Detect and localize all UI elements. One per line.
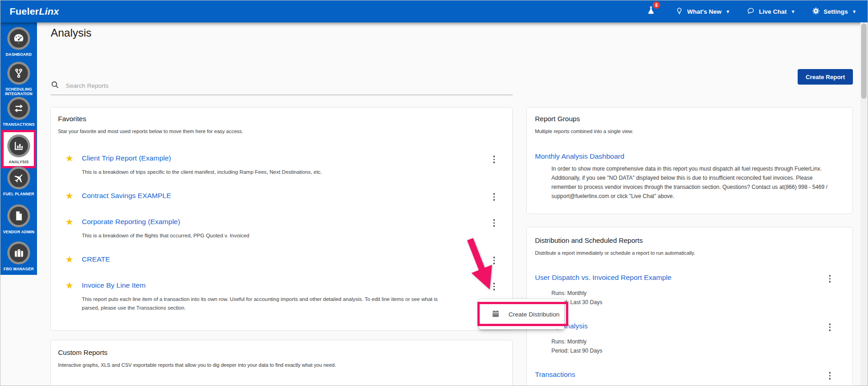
airplane-icon [7, 166, 30, 189]
favorites-card: Favorites Star your favorite and most us… [50, 107, 513, 331]
whats-new-menu[interactable]: What's New ▼ [675, 6, 730, 17]
brand-prefix: Fueler [10, 6, 39, 16]
document-icon [7, 204, 30, 227]
bar-chart-icon [7, 134, 30, 157]
star-icon[interactable]: ★ [64, 255, 74, 264]
favorites-title: Favorites [58, 115, 503, 123]
star-icon[interactable]: ★ [64, 281, 74, 290]
distribution-period: Period: Last 90 Days [551, 346, 844, 355]
live-chat-menu[interactable]: Live Chat ▼ [746, 7, 795, 16]
kebab-menu-icon[interactable] [492, 217, 497, 229]
gear-icon [812, 7, 820, 16]
live-chat-label: Live Chat [759, 8, 787, 15]
briefcase-icon [7, 241, 30, 264]
sidebar-item-label: FUEL PLANNER [2, 192, 35, 196]
caret-down-icon: ▼ [852, 9, 857, 14]
custom-reports-card: Custom Reports Interactive graphs, XLS a… [50, 340, 513, 386]
favorite-report-link[interactable]: Contract Savings EXAMPLE [82, 192, 171, 200]
kebab-menu-icon[interactable] [827, 273, 833, 284]
distribution-list: User Dispatch vs. Invoiced Report Exampl… [535, 272, 844, 380]
whats-new-label: What's New [687, 8, 721, 15]
settings-label: Settings [824, 8, 848, 15]
search-input[interactable] [66, 82, 513, 89]
report-group-description: In order to show more comprehensive data… [551, 164, 835, 201]
search-field [51, 76, 513, 95]
favorite-report-link[interactable]: Invoice By Line Item [82, 281, 146, 290]
vertical-scrollbar[interactable] [860, 22, 868, 386]
custom-reports-subtitle: Interactive graphs, XLS and CSV exportab… [58, 362, 503, 368]
distribution-period: Period: Last 30 Days [551, 298, 844, 307]
distribution-runs: Runs: Monthly [551, 337, 844, 346]
flask-icon [646, 10, 656, 17]
search-icon [51, 80, 59, 91]
chat-icon [746, 7, 755, 16]
sidebar-item-fbo-manager[interactable]: FBO MANAGER [0, 241, 37, 271]
branch-icon [7, 62, 30, 85]
distribution-report-link[interactable]: User Dispatch vs. Invoiced Report Exampl… [535, 273, 672, 281]
distribution-title: Distribution and Scheduled Reports [535, 236, 844, 244]
sidebar: DASHBOARD SCHEDULING INTEGRATION TRANSAC… [0, 22, 37, 275]
sidebar-item-analysis[interactable]: ANALYSIS [1, 130, 36, 168]
sidebar-item-label: DASHBOARD [5, 52, 32, 57]
star-icon[interactable]: ★ [64, 154, 74, 163]
report-groups-subtitle: Multiple reports combined into a single … [535, 129, 844, 134]
favorite-report-description: This is a breakdown of trips specific to… [82, 168, 448, 177]
distribution-subtitle: Distribute a report immediately or sched… [535, 250, 844, 256]
list-item: ★ Invoice By Line Item This report puts … [58, 279, 503, 312]
scrollbar-thumb[interactable] [861, 23, 867, 99]
kebab-menu-icon[interactable] [492, 255, 497, 266]
context-menu-create-distribution[interactable]: Create Distribution [479, 299, 564, 329]
favorites-list: ★ Client Trip Report (Example) This is a… [58, 151, 503, 312]
context-menu-item-label: Create Distribution [508, 311, 560, 318]
list-item: Monthly Analysis Runs: Monthly Period: L… [535, 321, 844, 355]
brand-suffix: Linx [39, 6, 59, 16]
settings-menu[interactable]: Settings ▼ [812, 7, 857, 16]
list-item: ★ CREATE [58, 252, 503, 266]
sidebar-item-dashboard[interactable]: DASHBOARD [0, 27, 37, 57]
transfer-arrows-icon [7, 97, 30, 120]
kebab-menu-icon[interactable] [492, 191, 497, 203]
sidebar-item-label: VENDOR ADMIN [2, 230, 36, 234]
app-root: FuelerLinx 6 What's New ▼ Live Chat [0, 0, 868, 386]
calendar-icon [491, 309, 500, 320]
caret-down-icon: ▼ [725, 9, 730, 14]
lightbulb-icon [675, 6, 683, 17]
favorite-report-link[interactable]: CREATE [82, 255, 110, 263]
star-icon[interactable]: ★ [64, 191, 74, 200]
report-groups-card: Report Groups Multiple reports combined … [526, 107, 853, 214]
report-group-link[interactable]: Monthly Analysis Dashboard [535, 152, 625, 161]
favorite-report-link[interactable]: Corporate Reporting (Example) [82, 218, 180, 226]
notifications-button[interactable]: 6 [646, 5, 656, 18]
sidebar-item-label: TRANSACTIONS [2, 122, 36, 127]
gauge-icon [7, 27, 30, 50]
page-title: Analysis [51, 27, 91, 39]
kebab-menu-icon[interactable] [492, 281, 497, 292]
sidebar-item-scheduling-integration[interactable]: SCHEDULING INTEGRATION [0, 62, 37, 96]
favorite-report-description: This report puts each line item of a tra… [82, 295, 448, 312]
list-item: Transactions [535, 369, 844, 380]
sidebar-item-label: SCHEDULING INTEGRATION [0, 87, 37, 96]
favorite-report-link[interactable]: Client Trip Report (Example) [82, 154, 171, 162]
star-icon[interactable]: ★ [64, 217, 74, 226]
kebab-menu-icon[interactable] [827, 370, 833, 381]
sidebar-item-transactions[interactable]: TRANSACTIONS [0, 97, 37, 127]
brand-logo[interactable]: FuelerLinx [10, 6, 59, 17]
kebab-menu-icon[interactable] [827, 322, 833, 333]
sidebar-item-label: FBO MANAGER [3, 267, 35, 271]
sidebar-item-vendor-admin[interactable]: VENDOR ADMIN [0, 204, 37, 234]
kebab-menu-icon[interactable] [492, 154, 497, 165]
navbar-menu: 6 What's New ▼ Live Chat ▼ [646, 5, 857, 18]
report-groups-title: Report Groups [535, 115, 844, 123]
distribution-runs: Runs: Monthly [551, 289, 844, 298]
custom-reports-title: Custom Reports [58, 348, 503, 356]
sidebar-item-label: ANALYSIS [8, 160, 30, 164]
list-item: ★ Client Trip Report (Example) This is a… [58, 151, 503, 177]
create-report-button[interactable]: Create Report [798, 69, 853, 85]
sidebar-item-fuel-planner[interactable]: FUEL PLANNER [0, 166, 37, 196]
distribution-report-link[interactable]: Transactions [535, 370, 575, 378]
list-item: User Dispatch vs. Invoiced Report Exampl… [535, 272, 844, 307]
caret-down-icon: ▼ [791, 9, 795, 14]
top-navbar: FuelerLinx 6 What's New ▼ Live Chat [0, 0, 868, 22]
favorite-report-description: This is a breakdown of the flights that … [82, 231, 448, 240]
list-item: ★ Corporate Reporting (Example) This is … [58, 215, 503, 240]
